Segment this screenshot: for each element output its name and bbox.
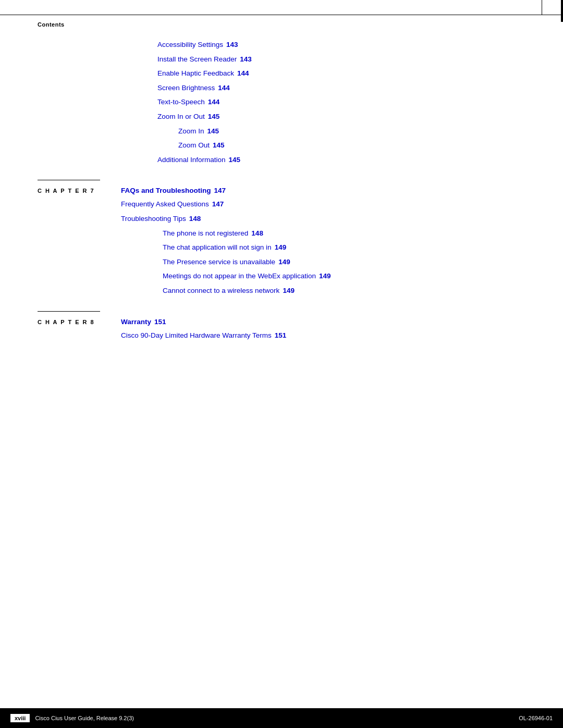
page-footer: xviii Cisco Cius User Guide, Release 9.2… — [0, 708, 563, 728]
chapter-7-label: C H A P T E R 7 — [38, 188, 121, 194]
toc-link[interactable]: The phone is not registered — [163, 228, 248, 239]
toc-page-number: 149 — [319, 270, 331, 282]
header-contents-label: Contents — [38, 21, 65, 28]
list-item: Troubleshooting Tips 148 — [121, 213, 525, 225]
top-border — [0, 15, 563, 15]
list-item: Zoom Out 145 — [178, 140, 525, 151]
toc-link[interactable]: The Presence service is unavailable — [163, 256, 275, 268]
toc-page-number: 148 — [189, 213, 201, 225]
toc-link[interactable]: Text-to-Speech — [157, 96, 205, 108]
list-item: Cisco 90-Day Limited Hardware Warranty T… — [121, 330, 525, 341]
chapter-8-label: C H A P T E R 8 — [38, 319, 121, 325]
list-item: The Presence service is unavailable 149 — [163, 256, 525, 268]
toc-page-number: 145 — [213, 140, 225, 151]
footer-doc-title: Cisco Cius User Guide, Release 9.2(3) — [35, 715, 134, 721]
chapter-divider — [38, 311, 100, 312]
toc-link[interactable]: Cannot connect to a wireless network — [163, 285, 279, 297]
toc-link[interactable]: Troubleshooting Tips — [121, 213, 186, 225]
toc-page-number: 143 — [226, 39, 238, 51]
list-item: Frequently Asked Questions 147 — [121, 199, 525, 210]
toc-page-number: 145 — [208, 111, 220, 122]
list-item: Zoom In 145 — [178, 126, 525, 137]
footer-left: xviii Cisco Cius User Guide, Release 9.2… — [10, 714, 134, 722]
list-item: Text-to-Speech 144 — [157, 96, 525, 108]
list-item: The phone is not registered 148 — [163, 228, 525, 239]
right-tab — [561, 0, 563, 22]
chapter-7-row: C H A P T E R 7 FAQs and Troubleshooting… — [38, 187, 525, 194]
toc-page-number: 143 — [240, 54, 252, 65]
toc-page-number: 144 — [237, 68, 249, 79]
toc-link[interactable]: Zoom In — [178, 126, 204, 137]
list-item: Screen Brightness 144 — [157, 82, 525, 94]
toc-page-number: 149 — [275, 242, 287, 253]
footer-doc-number: OL-26946-01 — [519, 715, 553, 721]
list-item: Meetings do not appear in the WebEx appl… — [163, 270, 525, 282]
toc-page-number: 151 — [275, 330, 287, 341]
toc-page-number: 144 — [218, 82, 230, 94]
page-header: Contents — [38, 17, 542, 32]
chapter-8-page: 151 — [154, 318, 166, 326]
top-right-line — [542, 0, 542, 15]
toc-page-number: 145 — [229, 154, 241, 166]
toc-page-number: 149 — [278, 256, 290, 268]
list-item: Enable Haptic Feedback 144 — [157, 68, 525, 79]
list-item: Zoom In or Out 145 — [157, 111, 525, 122]
list-item: Install the Screen Reader 143 — [157, 54, 525, 65]
toc-link[interactable]: Screen Brightness — [157, 82, 215, 94]
list-item: The chat application will not sign in 14… — [163, 242, 525, 253]
chapter-8-title[interactable]: Warranty — [121, 318, 151, 326]
toc-page-number: 147 — [212, 199, 224, 210]
chapter-divider — [38, 180, 100, 180]
toc-link[interactable]: Accessibility Settings — [157, 39, 223, 51]
toc-link[interactable]: Zoom Out — [178, 140, 210, 151]
toc-link[interactable]: Cisco 90-Day Limited Hardware Warranty T… — [121, 330, 272, 341]
toc-link[interactable]: Zoom In or Out — [157, 111, 205, 122]
toc-page-number: 149 — [283, 285, 295, 297]
footer-page-number: xviii — [10, 714, 30, 722]
chapter-8-row: C H A P T E R 8 Warranty 151 — [38, 318, 525, 326]
toc-page-number: 145 — [207, 126, 219, 137]
toc-link[interactable]: Frequently Asked Questions — [121, 199, 209, 210]
toc-link[interactable]: Additional Information — [157, 154, 226, 166]
toc-link[interactable]: The chat application will not sign in — [163, 242, 272, 253]
chapter-7-page: 147 — [214, 187, 226, 194]
toc-page-number: 144 — [208, 96, 220, 108]
list-item: Additional Information 145 — [157, 154, 525, 166]
toc-page-number: 148 — [251, 228, 263, 239]
chapter-7-title[interactable]: FAQs and Troubleshooting — [121, 187, 211, 194]
toc-link[interactable]: Install the Screen Reader — [157, 54, 237, 65]
toc-link[interactable]: Meetings do not appear in the WebEx appl… — [163, 270, 316, 282]
toc-link[interactable]: Enable Haptic Feedback — [157, 68, 234, 79]
list-item: Accessibility Settings 143 — [157, 39, 525, 51]
list-item: Cannot connect to a wireless network 149 — [163, 285, 525, 297]
toc-content: Accessibility Settings 143 Install the S… — [38, 39, 525, 344]
